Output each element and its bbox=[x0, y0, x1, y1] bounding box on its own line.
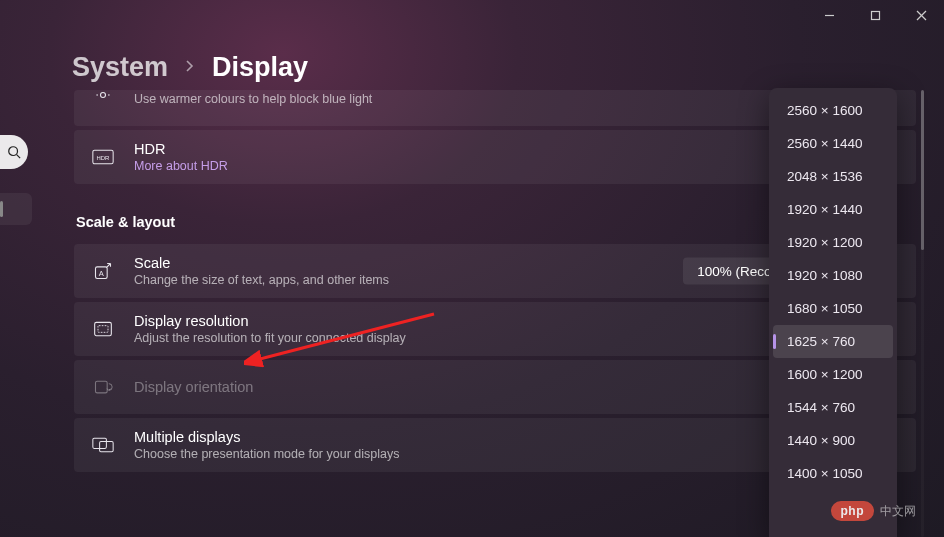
night-light-icon bbox=[92, 84, 114, 106]
resolution-option[interactable]: 1440 × 900 bbox=[773, 424, 893, 457]
watermark-text: 中文网 bbox=[880, 503, 916, 520]
watermark-pill: php bbox=[831, 501, 875, 521]
svg-point-6 bbox=[101, 93, 106, 98]
svg-text:HDR: HDR bbox=[97, 155, 110, 161]
multiple-displays-icon bbox=[92, 434, 114, 456]
scale-icon: A bbox=[92, 260, 114, 282]
svg-rect-13 bbox=[96, 381, 108, 393]
page-title: Display bbox=[212, 52, 308, 83]
resolution-option[interactable]: 2560 × 1440 bbox=[773, 127, 893, 160]
svg-text:A: A bbox=[99, 269, 104, 278]
resolution-option[interactable]: 2560 × 1600 bbox=[773, 94, 893, 127]
orientation-icon bbox=[92, 376, 114, 398]
resolution-option[interactable]: 1400 × 1050 bbox=[773, 457, 893, 490]
nav-active-indicator[interactable] bbox=[0, 193, 32, 225]
resolution-option[interactable]: 1920 × 1440 bbox=[773, 193, 893, 226]
content-scrollbar[interactable] bbox=[921, 90, 924, 537]
watermark: php 中文网 bbox=[831, 501, 917, 521]
resolution-icon bbox=[92, 318, 114, 340]
svg-rect-12 bbox=[98, 326, 108, 333]
search-pill[interactable] bbox=[0, 135, 28, 169]
resolution-option[interactable]: 1680 × 1050 bbox=[773, 292, 893, 325]
resolution-option[interactable]: 1600 × 1200 bbox=[773, 358, 893, 391]
resolution-option[interactable]: 1625 × 760 bbox=[773, 325, 893, 358]
svg-rect-11 bbox=[95, 322, 112, 335]
breadcrumb: System Display bbox=[72, 52, 308, 83]
search-icon bbox=[7, 145, 21, 159]
resolution-option[interactable]: 1544 × 760 bbox=[773, 391, 893, 424]
resolution-dropdown-menu[interactable]: 2560 × 16002560 × 14402048 × 15361920 × … bbox=[769, 88, 897, 537]
svg-line-5 bbox=[17, 155, 21, 159]
resolution-option[interactable]: 1920 × 1080 bbox=[773, 259, 893, 292]
resolution-option[interactable]: 1920 × 1200 bbox=[773, 226, 893, 259]
hdr-icon: HDR bbox=[92, 146, 114, 168]
breadcrumb-parent[interactable]: System bbox=[72, 52, 168, 83]
resolution-option[interactable]: 2048 × 1536 bbox=[773, 160, 893, 193]
scrollbar-thumb[interactable] bbox=[921, 90, 924, 250]
chevron-right-icon bbox=[186, 60, 194, 75]
svg-point-4 bbox=[9, 147, 18, 156]
